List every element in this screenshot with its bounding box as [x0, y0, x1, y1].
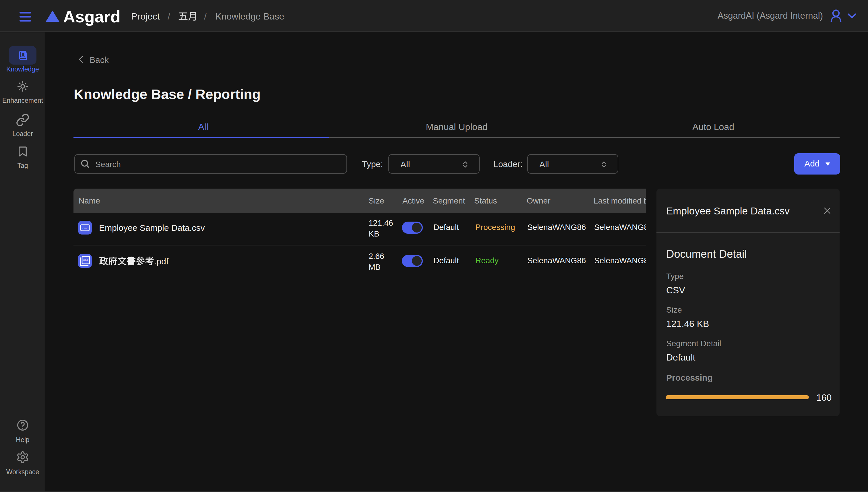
svg-text:PDF: PDF — [83, 259, 89, 262]
svg-text:CSV: CSV — [82, 227, 88, 230]
